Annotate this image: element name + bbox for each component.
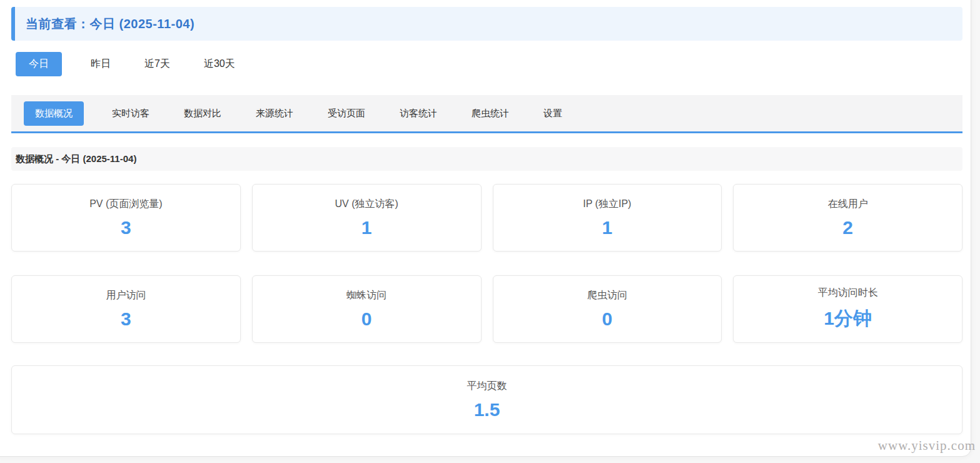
stat-value: 1 (361, 217, 372, 238)
stat-label: 爬虫访问 (587, 289, 627, 302)
current-view-banner: 当前查看：今日 (2025-11-04) (11, 7, 962, 41)
stat-value: 1分钟 (824, 306, 872, 332)
period-filter-button[interactable]: 今日 (16, 52, 62, 76)
stat-label: PV (页面浏览量) (89, 198, 162, 211)
stat-card: PV (页面浏览量) 3 (11, 184, 241, 252)
stat-card: 平均访问时长 1分钟 (733, 275, 962, 343)
period-filter-row: 今日 昨日 近7天 近30天 (11, 52, 962, 76)
stat-label: 在线用户 (828, 198, 868, 211)
stats-row-1: PV (页面浏览量) 3 UV (独立访客) 1 IP (独立IP) 1 在线用… (11, 184, 962, 252)
stat-card: 在线用户 2 (733, 184, 962, 252)
nav-tab[interactable]: 来源统计 (250, 101, 300, 126)
period-filter-button[interactable]: 近30天 (199, 52, 240, 76)
section-title: 数据概况 - 今日 (2025-11-04) (16, 153, 136, 165)
nav-tab[interactable]: 数据对比 (178, 101, 228, 126)
stat-value: 1.5 (474, 399, 500, 420)
stat-label: 平均访问时长 (818, 287, 878, 300)
stat-label: UV (独立访客) (335, 198, 398, 211)
stat-value: 0 (602, 308, 613, 330)
stat-card: UV (独立访客) 1 (252, 184, 482, 252)
stat-label: IP (独立IP) (583, 198, 631, 211)
stat-value: 0 (361, 308, 372, 330)
stat-value: 1 (602, 217, 613, 238)
stat-value: 3 (121, 217, 131, 238)
site-watermark: www.yisvip.com (878, 438, 976, 454)
dashboard-panel: 当前查看：今日 (2025-11-04) 今日 昨日 近7天 近30天 数据概况… (0, 0, 971, 457)
period-filter-button[interactable]: 昨日 (86, 52, 116, 76)
stats-row-wide: 平均页数 1.5 (11, 365, 962, 434)
stat-card: 蜘蛛访问 0 (252, 275, 482, 343)
stat-value: 3 (121, 308, 131, 330)
stat-card-average-pages: 平均页数 1.5 (11, 365, 962, 434)
stat-label: 平均页数 (467, 380, 507, 393)
stats-row-2: 用户访问 3 蜘蛛访问 0 爬虫访问 0 平均访问时长 1分钟 (11, 275, 962, 343)
stat-label: 蜘蛛访问 (346, 289, 386, 302)
period-filter-button[interactable]: 近7天 (139, 52, 175, 76)
section-header: 数据概况 - 今日 (2025-11-04) (11, 147, 962, 171)
stat-card: 爬虫访问 0 (493, 275, 722, 343)
main-tab-bar: 数据概况 实时访客 数据对比 来源统计 受访页面 访客统计 爬虫统计 设置 (11, 95, 962, 133)
nav-tab[interactable]: 实时访客 (106, 101, 156, 126)
nav-tab[interactable]: 数据概况 (24, 101, 84, 126)
nav-tab[interactable]: 受访页面 (321, 101, 371, 126)
stat-value: 2 (842, 217, 853, 238)
nav-tab[interactable]: 爬虫统计 (465, 101, 515, 126)
nav-tab[interactable]: 访客统计 (393, 101, 443, 126)
stat-card: 用户访问 3 (11, 275, 241, 343)
nav-tab[interactable]: 设置 (537, 101, 568, 126)
stat-card: IP (独立IP) 1 (493, 184, 722, 252)
stat-label: 用户访问 (106, 289, 146, 302)
current-view-title: 当前查看：今日 (2025-11-04) (26, 16, 194, 33)
